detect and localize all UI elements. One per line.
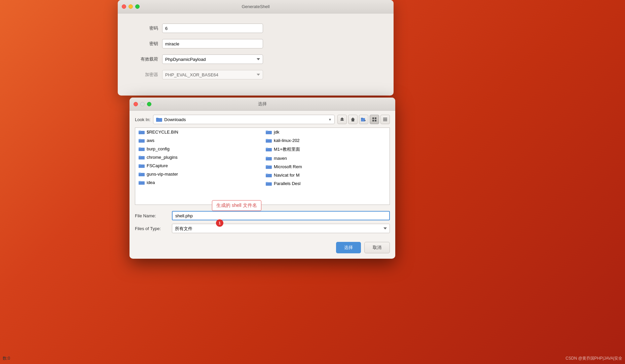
- key-input[interactable]: [162, 39, 263, 48]
- list-item[interactable]: maven: [262, 154, 390, 162]
- minimize-button[interactable]: [128, 4, 133, 9]
- list-item[interactable]: guns-vip-master: [135, 170, 262, 178]
- list-item[interactable]: $RECYCLE.BIN: [135, 128, 262, 136]
- folder-icon: [139, 130, 145, 135]
- file-name-label: File Name:: [135, 213, 169, 218]
- up-icon: [340, 117, 344, 122]
- svg-rect-40: [266, 165, 268, 166]
- svg-rect-26: [139, 164, 141, 165]
- payload-label: 有效载荷: [131, 56, 158, 62]
- cancel-button[interactable]: 取消: [364, 242, 390, 253]
- dialog-buttons: 选择 取消: [135, 239, 390, 255]
- folder-icon: [139, 155, 145, 160]
- svg-rect-24: [139, 156, 141, 157]
- svg-rect-38: [266, 157, 268, 158]
- svg-marker-5: [340, 117, 344, 119]
- folder-icon: [156, 117, 162, 122]
- list-item[interactable]: burp_config: [135, 145, 262, 153]
- look-in-row: Look In: Downloads ▼: [135, 115, 390, 124]
- svg-rect-12: [372, 120, 374, 121]
- encoder-row: 加密器 PHP_EVAL_XOR_BASE64: [131, 70, 380, 79]
- list-item[interactable]: aws: [135, 136, 262, 145]
- file-name-input[interactable]: [172, 211, 390, 220]
- list-item[interactable]: Parallels Desl: [262, 179, 390, 188]
- svg-rect-11: [375, 117, 376, 119]
- list-item[interactable]: Navicat for M: [262, 171, 390, 179]
- payload-row: 有效载荷 PhpDynamicPayload: [131, 54, 380, 64]
- folder-icon: [266, 156, 272, 161]
- dialog-maximize-button[interactable]: [147, 102, 151, 106]
- home-button[interactable]: [348, 115, 358, 124]
- window-title: GenerateShell: [242, 4, 269, 9]
- file-list-left: $RECYCLE.BIN aws burp_config chrome_plug…: [135, 128, 262, 188]
- file-list-right: jdk kali-linux-202 M1+教程里面 maven Microso…: [262, 128, 390, 188]
- window-titlebar: GenerateShell: [118, 0, 394, 13]
- svg-rect-13: [375, 120, 376, 121]
- key-row: 密钥: [131, 39, 380, 48]
- new-folder-button[interactable]: +: [359, 115, 368, 124]
- file-browser[interactable]: $RECYCLE.BIN aws burp_config chrome_plug…: [135, 128, 390, 205]
- folder-icon: [139, 180, 145, 185]
- svg-rect-30: [139, 181, 141, 182]
- list-item[interactable]: kali-linux-202: [262, 136, 390, 145]
- tooltip-box: 生成的 shell 文件名: [212, 200, 261, 211]
- folder-icon: [139, 172, 145, 177]
- dialog-controls: [134, 102, 151, 106]
- svg-rect-8: [361, 118, 363, 119]
- svg-rect-42: [266, 174, 268, 175]
- dialog-minimize-button[interactable]: [140, 102, 145, 106]
- encoder-select[interactable]: PHP_EVAL_XOR_BASE64: [162, 70, 263, 79]
- select-button[interactable]: 选择: [336, 242, 361, 253]
- dialog-form: File Name: Files of Type: 所有文件: [135, 208, 390, 239]
- up-button[interactable]: [337, 115, 347, 124]
- folder-icon: [139, 147, 145, 151]
- svg-rect-20: [139, 139, 141, 140]
- list-view-button[interactable]: [380, 115, 390, 124]
- badge-number: 1: [216, 219, 223, 227]
- svg-rect-28: [139, 173, 141, 174]
- grid-view-button[interactable]: [370, 115, 379, 124]
- watermark-text: CSDN @黄乔国PHP|JAVA|安全: [565, 356, 622, 361]
- folder-icon: [139, 138, 145, 143]
- list-item[interactable]: M1+教程里面: [262, 145, 390, 154]
- dialog-close-button[interactable]: [134, 102, 138, 106]
- file-name-row: File Name:: [135, 211, 390, 220]
- svg-rect-15: [383, 119, 387, 120]
- window-controls: [122, 4, 140, 9]
- close-button[interactable]: [122, 4, 126, 9]
- home-icon: [351, 117, 355, 122]
- svg-rect-36: [266, 148, 268, 149]
- svg-rect-34: [266, 139, 268, 140]
- list-view-icon: [383, 117, 388, 122]
- look-in-value: Downloads: [164, 117, 186, 122]
- dialog-titlebar: 选择: [130, 98, 395, 111]
- look-in-label: Look In:: [135, 117, 150, 122]
- files-of-type-select[interactable]: 所有文件: [172, 224, 390, 233]
- svg-rect-16: [383, 120, 387, 121]
- svg-text:+: +: [364, 119, 366, 122]
- generate-shell-window: GenerateShell 密码 密钥 有效载荷 PhpDynamicPaylo…: [118, 0, 394, 96]
- folder-icon: [266, 147, 272, 152]
- password-input[interactable]: [162, 24, 263, 33]
- maximize-button[interactable]: [135, 4, 140, 9]
- list-item[interactable]: jdk: [262, 128, 390, 136]
- svg-rect-14: [383, 118, 387, 118]
- folder-icon: [266, 130, 272, 135]
- svg-marker-6: [351, 117, 355, 121]
- list-item[interactable]: chrome_plugins: [135, 153, 262, 161]
- dialog-title: 选择: [258, 101, 267, 107]
- folder-icon: [266, 165, 272, 169]
- files-of-type-label: Files of Type:: [135, 226, 169, 231]
- grid-view-icon: [372, 117, 377, 122]
- list-item[interactable]: Microsoft Rem: [262, 162, 390, 171]
- encoder-label: 加密器: [131, 72, 158, 78]
- list-item[interactable]: idea: [135, 178, 262, 187]
- svg-rect-2: [156, 118, 158, 119]
- svg-rect-10: [372, 117, 374, 119]
- svg-rect-18: [139, 131, 141, 132]
- files-of-type-row: Files of Type: 所有文件: [135, 224, 390, 233]
- folder-icon: [266, 173, 272, 178]
- payload-select[interactable]: PhpDynamicPayload: [162, 54, 263, 64]
- look-in-select[interactable]: Downloads ▼: [153, 115, 335, 124]
- list-item[interactable]: FSCapture: [135, 161, 262, 170]
